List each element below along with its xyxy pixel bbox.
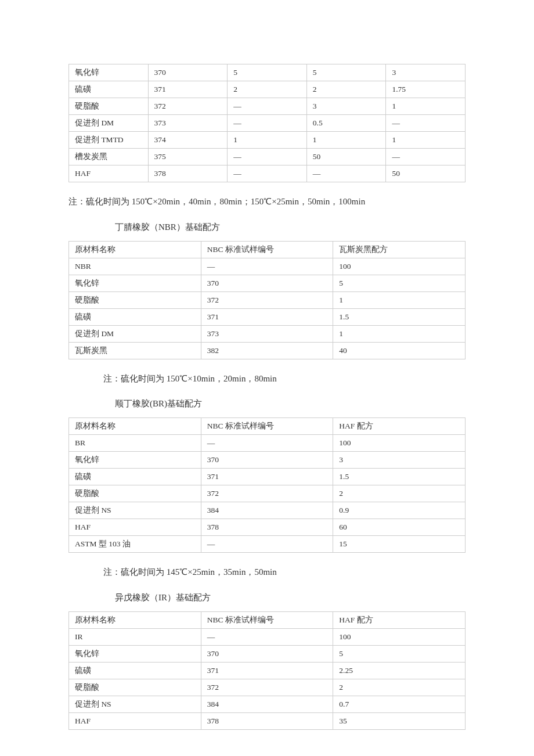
cell-code: — [201, 536, 333, 553]
cell-v3: — [386, 115, 466, 132]
cell-material: HAF [69, 519, 201, 536]
cell-value: 2.25 [333, 662, 466, 679]
cell-code: — [201, 258, 333, 275]
cell-value: 2 [333, 485, 466, 502]
table-row: HAF 378 60 [69, 519, 466, 536]
cell-code: 370 [201, 275, 333, 291]
table1-body: 氧化锌 370 5 5 3 硫磺 371 2 2 1.75 硬脂酸 372 — … [69, 64, 466, 182]
cell-material: BR [69, 435, 201, 452]
cell-value: 1.5 [333, 308, 466, 325]
table-continuation: 氧化锌 370 5 5 3 硫磺 371 2 2 1.75 硬脂酸 372 — … [68, 64, 466, 182]
cell-v2: 5 [306, 64, 386, 81]
col-material: 原材料名称 [69, 611, 201, 628]
cell-code: — [201, 435, 333, 452]
table-row: 硫磺 371 1.5 [69, 308, 466, 325]
cell-code: 372 [148, 98, 228, 115]
table4-body: IR — 100 氧化锌 370 5 硫磺 371 2.25 硬脂酸 372 2… [69, 628, 466, 729]
cell-material: 氧化锌 [69, 645, 201, 662]
cell-code: 370 [201, 452, 333, 469]
cell-value: 35 [333, 712, 466, 729]
table-row: 氧化锌 370 5 5 3 [69, 64, 466, 81]
cell-v1: — [228, 149, 307, 165]
cell-v2: 50 [306, 149, 386, 165]
cell-code: 372 [201, 485, 333, 502]
table-header-row: 原材料名称 NBC 标准试样编号 HAF 配方 [69, 418, 466, 435]
cell-material: 促进剂 NS [69, 696, 201, 712]
col-formula: HAF 配方 [333, 611, 466, 628]
note-3: 注：硫化时间为 145℃×25min，35min，50min [103, 563, 466, 582]
cell-value: 5 [333, 645, 466, 662]
cell-material: 促进剂 DM [69, 325, 201, 342]
cell-code: 378 [148, 165, 228, 182]
table-row: 硬脂酸 372 — 3 1 [69, 98, 466, 115]
table-row: 氧化锌 370 5 [69, 275, 466, 291]
table-nbr: 原材料名称 NBC 标准试样编号 瓦斯炭黑配方 NBR — 100 氧化锌 37… [68, 241, 466, 359]
cell-code: 372 [201, 291, 333, 308]
cell-value: 60 [333, 519, 466, 536]
table-row: 硬脂酸 372 1 [69, 291, 466, 308]
table-header-row: 原材料名称 NBC 标准试样编号 瓦斯炭黑配方 [69, 241, 466, 258]
cell-material: 硫磺 [69, 308, 201, 325]
cell-material: 硫磺 [69, 81, 149, 98]
cell-code: 371 [148, 81, 228, 98]
cell-code: 370 [201, 645, 333, 662]
note-1: 注：硫化时间为 150℃×20min，40min，80min；150℃×25mi… [68, 193, 466, 211]
cell-code: 371 [201, 308, 333, 325]
table-row: NBR — 100 [69, 258, 466, 275]
cell-code: 378 [201, 519, 333, 536]
cell-v2: 0.5 [306, 115, 386, 132]
cell-code: 374 [148, 132, 228, 149]
table-row: 促进剂 NS 384 0.9 [69, 502, 466, 519]
cell-value: 100 [333, 628, 466, 645]
cell-material: 瓦斯炭黑 [69, 342, 201, 359]
cell-v1: — [228, 115, 307, 132]
table-row: IR — 100 [69, 628, 466, 645]
cell-v3: 3 [386, 64, 466, 81]
table-br: 原材料名称 NBC 标准试样编号 HAF 配方 BR — 100 氧化锌 370… [68, 417, 466, 553]
cell-material: 硬脂酸 [69, 98, 149, 115]
table-row: 促进剂 DM 373 1 [69, 325, 466, 342]
cell-material: HAF [69, 712, 201, 729]
cell-code: 373 [201, 325, 333, 342]
cell-value: 15 [333, 536, 466, 553]
cell-v2: 3 [306, 98, 386, 115]
cell-v2: 1 [306, 132, 386, 149]
cell-material: 硫磺 [69, 469, 201, 485]
cell-v3: 1.75 [386, 81, 466, 98]
heading-ir: 异戊橡胶（IR）基础配方 [115, 592, 466, 603]
cell-code: 372 [201, 679, 333, 696]
table-row: 硬脂酸 372 2 [69, 679, 466, 696]
cell-v1: 2 [228, 81, 307, 98]
cell-value: 0.7 [333, 696, 466, 712]
table-row: 槽发炭黑 375 — 50 — [69, 149, 466, 165]
cell-value: 0.9 [333, 502, 466, 519]
cell-v2: 2 [306, 81, 386, 98]
heading-br: 顺丁橡胶(BR)基础配方 [115, 398, 466, 409]
cell-value: 40 [333, 342, 466, 359]
table-row: 硫磺 371 2 2 1.75 [69, 81, 466, 98]
cell-v3: 1 [386, 132, 466, 149]
cell-value: 3 [333, 452, 466, 469]
note-2: 注：硫化时间为 150℃×10min，20min，80min [103, 370, 466, 388]
cell-material: HAF [69, 165, 149, 182]
cell-material: 硫磺 [69, 662, 201, 679]
cell-code: 384 [201, 696, 333, 712]
table-row: ASTM 型 103 油 — 15 [69, 536, 466, 553]
table-row: 氧化锌 370 5 [69, 645, 466, 662]
cell-value: 5 [333, 275, 466, 291]
table-row: 硫磺 371 2.25 [69, 662, 466, 679]
cell-material: NBR [69, 258, 201, 275]
cell-code: 371 [201, 662, 333, 679]
table-row: BR — 100 [69, 435, 466, 452]
cell-material: ASTM 型 103 油 [69, 536, 201, 553]
cell-code: 371 [201, 469, 333, 485]
table-row: 促进剂 TMTD 374 1 1 1 [69, 132, 466, 149]
cell-material: 硬脂酸 [69, 291, 201, 308]
table-row: 硫磺 371 1.5 [69, 469, 466, 485]
table3-body: BR — 100 氧化锌 370 3 硫磺 371 1.5 硬脂酸 372 2 … [69, 435, 466, 553]
table-row: 促进剂 DM 373 — 0.5 — [69, 115, 466, 132]
cell-value: 1.5 [333, 469, 466, 485]
cell-code: 384 [201, 502, 333, 519]
table-header-row: 原材料名称 NBC 标准试样编号 HAF 配方 [69, 611, 466, 628]
cell-material: 促进剂 TMTD [69, 132, 149, 149]
